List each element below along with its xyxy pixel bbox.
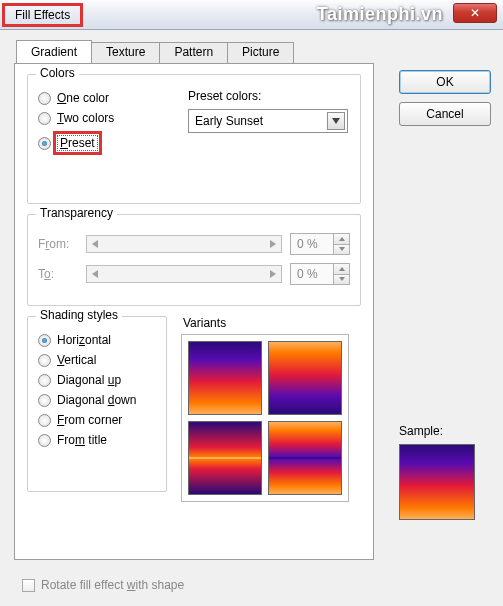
combo-value: Early Sunset xyxy=(195,114,263,128)
from-label: From: xyxy=(38,237,78,251)
radio-label: Diagonal down xyxy=(57,393,136,407)
radio-icon xyxy=(38,137,51,150)
preset-colors-label: Preset colors: xyxy=(188,89,348,103)
radio-label: One color xyxy=(57,91,109,105)
tabstrip: Gradient Texture Pattern Picture xyxy=(16,40,493,63)
titlebar: Fill Effects Taimienphi.vn ✕ xyxy=(0,0,503,30)
checkbox-icon xyxy=(22,579,35,592)
radio-label: Two colors xyxy=(57,111,114,125)
tab-pattern[interactable]: Pattern xyxy=(159,42,228,65)
radio-icon xyxy=(38,434,51,447)
sample-swatch xyxy=(399,444,475,520)
to-label: To: xyxy=(38,267,78,281)
chevron-down-icon xyxy=(334,274,349,285)
variant-4[interactable] xyxy=(268,421,342,495)
variant-1[interactable] xyxy=(188,341,262,415)
tab-body: Colors One color Two colors Preset Prese… xyxy=(14,63,374,560)
chevron-left-icon xyxy=(87,236,103,252)
radio-icon xyxy=(38,374,51,387)
watermark: Taimienphi.vn xyxy=(317,4,443,25)
radio-icon xyxy=(38,394,51,407)
variant-3[interactable] xyxy=(188,421,262,495)
cancel-button[interactable]: Cancel xyxy=(399,102,491,126)
ok-button[interactable]: OK xyxy=(399,70,491,94)
tab-picture[interactable]: Picture xyxy=(227,42,294,65)
from-slider[interactable] xyxy=(86,235,282,253)
radio-icon xyxy=(38,334,51,347)
radio-label: Preset xyxy=(53,131,102,155)
shading-legend: Shading styles xyxy=(36,308,122,322)
client-area: Gradient Texture Pattern Picture OK Canc… xyxy=(0,30,503,606)
colors-group: Colors One color Two colors Preset Prese… xyxy=(27,74,361,204)
colors-legend: Colors xyxy=(36,66,79,80)
radio-label: Horizontal xyxy=(57,333,111,347)
radio-diagonal-up[interactable]: Diagonal up xyxy=(38,373,156,387)
radio-label: Diagonal up xyxy=(57,373,121,387)
chevron-down-icon xyxy=(327,112,345,130)
variant-2[interactable] xyxy=(268,341,342,415)
chevron-right-icon xyxy=(265,266,281,282)
to-slider[interactable] xyxy=(86,265,282,283)
radio-icon xyxy=(38,112,51,125)
radio-vertical[interactable]: Vertical xyxy=(38,353,156,367)
variants-grid xyxy=(181,334,349,502)
transparency-legend: Transparency xyxy=(36,206,117,220)
shading-group: Shading styles Horizontal Vertical Diago… xyxy=(27,316,167,492)
dialog-buttons: OK Cancel xyxy=(399,70,491,134)
to-spinner[interactable]: 0 % xyxy=(290,263,350,285)
preset-colors-combo[interactable]: Early Sunset xyxy=(188,109,348,133)
sample-label: Sample: xyxy=(399,424,489,438)
preset-colors-area: Preset colors: Early Sunset xyxy=(188,89,348,133)
transparency-group: Transparency From: 0 % To: xyxy=(27,214,361,306)
radio-icon xyxy=(38,414,51,427)
chevron-right-icon xyxy=(265,236,281,252)
variants-label: Variants xyxy=(183,316,361,330)
radio-label: From corner xyxy=(57,413,122,427)
radio-label: From title xyxy=(57,433,107,447)
rotate-checkbox[interactable]: Rotate fill effect with shape xyxy=(22,578,184,592)
radio-icon xyxy=(38,92,51,105)
rotate-label: Rotate fill effect with shape xyxy=(41,578,184,592)
radio-horizontal[interactable]: Horizontal xyxy=(38,333,156,347)
window-title: Fill Effects xyxy=(2,3,83,27)
radio-diagonal-down[interactable]: Diagonal down xyxy=(38,393,156,407)
radio-from-corner[interactable]: From corner xyxy=(38,413,156,427)
chevron-left-icon xyxy=(87,266,103,282)
radio-label: Vertical xyxy=(57,353,96,367)
tab-texture[interactable]: Texture xyxy=(91,42,160,65)
from-spinner[interactable]: 0 % xyxy=(290,233,350,255)
radio-preset[interactable]: Preset xyxy=(38,131,350,155)
chevron-up-icon xyxy=(334,264,349,274)
tab-gradient[interactable]: Gradient xyxy=(16,40,92,63)
close-button[interactable]: ✕ xyxy=(453,3,497,23)
to-value: 0 % xyxy=(297,267,318,281)
radio-from-title[interactable]: From title xyxy=(38,433,156,447)
from-value: 0 % xyxy=(297,237,318,251)
radio-icon xyxy=(38,354,51,367)
chevron-down-icon xyxy=(334,244,349,255)
sample-area: Sample: xyxy=(399,424,489,520)
close-icon: ✕ xyxy=(470,6,480,20)
chevron-up-icon xyxy=(334,234,349,244)
variants-area: Variants xyxy=(181,316,361,502)
